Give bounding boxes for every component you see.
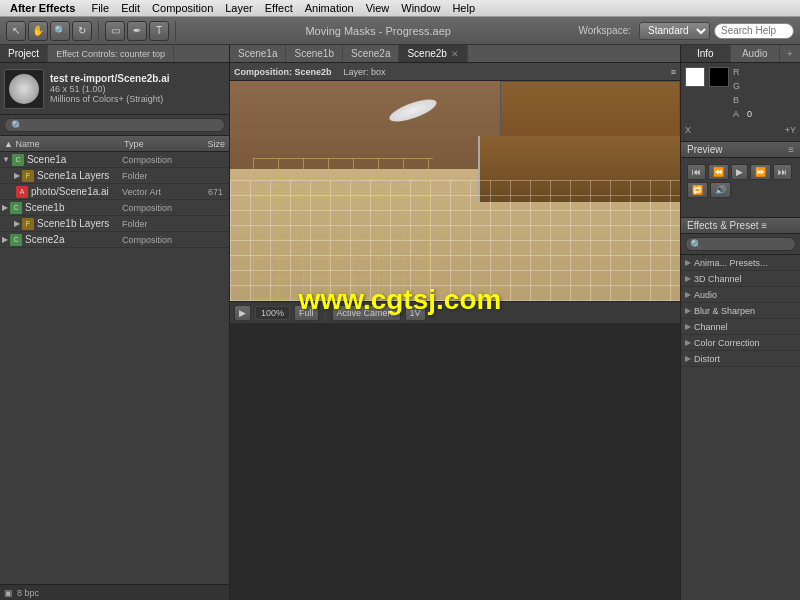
- menu-item-view[interactable]: View: [360, 0, 396, 16]
- item-label-photo-scene1a: photo/Scene1a.ai: [31, 186, 122, 197]
- project-list-header: ▲ Name Type Size: [0, 136, 229, 152]
- effect-cat-3d-channel-label: 3D Channel: [694, 274, 742, 284]
- comp-tab-scene2a[interactable]: Scene2a: [343, 45, 399, 62]
- project-item-scene1b[interactable]: ▶ C Scene1b Composition: [0, 200, 229, 216]
- left-panel: Project Effect Controls: counter top tes…: [0, 45, 230, 600]
- preview-prev-btn[interactable]: ⏪: [708, 164, 729, 180]
- toolbar-shapes: ▭ ✒ T: [105, 21, 176, 41]
- asset-dimensions: 46 x 51 (1.00): [50, 84, 169, 94]
- project-item-scene1a[interactable]: ▼ C Scene1a Composition: [0, 152, 229, 168]
- project-item-scene1blayers[interactable]: ▶ F Scene1b Layers Folder: [0, 216, 229, 232]
- icon-folder-scene1alayers: F: [22, 170, 34, 182]
- tool-rotate[interactable]: ↻: [72, 21, 92, 41]
- color-values: R G B A0: [733, 67, 752, 121]
- preview-audio-btn[interactable]: 🔊: [710, 182, 731, 198]
- preview-last-btn[interactable]: ⏭: [773, 164, 792, 180]
- item-label-scene1a: Scene1a: [27, 154, 122, 165]
- menu-item-animation[interactable]: Animation: [299, 0, 360, 16]
- project-search-input[interactable]: [4, 118, 225, 132]
- tab-project[interactable]: Project: [0, 45, 48, 62]
- tab-info[interactable]: Info: [681, 45, 731, 62]
- y-label: Y: [790, 125, 796, 135]
- effects-list: ▶ Anima... Presets... ▶ 3D Channel ▶ Aud…: [681, 255, 800, 600]
- expand-3d-channel-icon: ▶: [685, 274, 691, 283]
- project-list: ▲ Name Type Size ▼ C Scene1a Composition…: [0, 136, 229, 584]
- icon-folder-scene1blayers: F: [22, 218, 34, 230]
- workspace-label: Workspace:: [578, 25, 631, 36]
- effect-cat-blur-sharpen-label: Blur & Sharpen: [694, 306, 755, 316]
- effect-cat-animation-presets[interactable]: ▶ Anima... Presets...: [681, 255, 800, 271]
- info-panel-content: R G B A0 X + Y: [681, 63, 800, 142]
- asset-info: test re-import/Scene2b.ai 46 x 51 (1.00)…: [0, 63, 229, 115]
- expand-color-correction-icon: ▶: [685, 338, 691, 347]
- layer-box-label: Layer: box: [344, 67, 386, 77]
- comp-tab-scene1b[interactable]: Scene1b: [286, 45, 342, 62]
- close-comp-tab[interactable]: ✕: [451, 49, 459, 59]
- menu-item-file[interactable]: File: [85, 0, 115, 16]
- effects-search-input[interactable]: [685, 237, 796, 251]
- effect-cat-channel[interactable]: ▶ Channel: [681, 319, 800, 335]
- comp-play-btn[interactable]: ▶: [234, 305, 251, 321]
- composition-tabs: Scene1a Scene1b Scene2a Scene2b ✕: [230, 45, 680, 63]
- expand-arrow-scene1a: ▼: [2, 155, 10, 164]
- menu-item-help[interactable]: Help: [446, 0, 481, 16]
- effect-cat-blur-sharpen[interactable]: ▶ Blur & Sharpen: [681, 303, 800, 319]
- comp-resolution-btn[interactable]: Full: [294, 305, 319, 321]
- tool-zoom[interactable]: 🔍: [50, 21, 70, 41]
- bpc-indicator: ▣ 8 bpc: [0, 584, 229, 600]
- menu-item-layer[interactable]: Layer: [219, 0, 259, 16]
- effect-cat-distort[interactable]: ▶ Distort: [681, 351, 800, 367]
- preview-next-btn[interactable]: ⏩: [750, 164, 771, 180]
- composition-viewport[interactable]: [230, 81, 680, 301]
- expand-distort-icon: ▶: [685, 354, 691, 363]
- effects-presets-header: Effects & Preset ≡: [681, 218, 800, 234]
- tab-effect-controls[interactable]: Effect Controls: counter top: [48, 45, 174, 62]
- preview-controls: ⏮ ⏪ ▶ ⏩ ⏭ 🔁 🔊: [685, 162, 796, 200]
- workspace-select[interactable]: Standard: [639, 22, 710, 40]
- toolbar-tools: ↖ ✋ 🔍 ↻: [6, 21, 99, 41]
- effects-label: Effects & Preset ≡: [687, 220, 767, 231]
- item-label-scene1alayers: Scene1a Layers: [37, 170, 122, 181]
- comp-view-option-btn[interactable]: 1V: [405, 305, 426, 321]
- effect-cat-color-correction[interactable]: ▶ Color Correction: [681, 335, 800, 351]
- info-audio-tabs: Info Audio +: [681, 45, 800, 63]
- comp-viewer-header: Composition: Scene2b Layer: box ≡: [230, 63, 680, 81]
- menu-item-composition[interactable]: Composition: [146, 0, 219, 16]
- menu-item-window[interactable]: Window: [395, 0, 446, 16]
- menu-item-aftereffects[interactable]: After Effects: [4, 0, 81, 16]
- item-type-scene1a: Composition: [122, 155, 192, 165]
- project-item-scene2a[interactable]: ▶ C Scene2a Composition: [0, 232, 229, 248]
- tool-hand[interactable]: ✋: [28, 21, 48, 41]
- menu-item-effect[interactable]: Effect: [259, 0, 299, 16]
- info-panel-more[interactable]: +: [780, 45, 800, 62]
- tool-select[interactable]: ↖: [6, 21, 26, 41]
- center-panel: Scene1a Scene1b Scene2a Scene2b ✕ Compos…: [230, 45, 680, 600]
- comp-tab-scene2b[interactable]: Scene2b ✕: [399, 45, 467, 62]
- preview-first-btn[interactable]: ⏮: [687, 164, 706, 180]
- tool-rect[interactable]: ▭: [105, 21, 125, 41]
- preview-loop-btn[interactable]: 🔁: [687, 182, 708, 198]
- effect-cat-3d-channel[interactable]: ▶ 3D Channel: [681, 271, 800, 287]
- viewer-close-icon: ≡: [671, 67, 676, 77]
- project-item-photo-scene1a[interactable]: A photo/Scene1a.ai Vector Art 671: [0, 184, 229, 200]
- item-type-scene1alayers: Folder: [122, 171, 192, 181]
- comp-camera-btn[interactable]: Active Camera: [332, 305, 401, 321]
- comp-bottom-controls: ▶ 100% Full Active Camera 1V: [230, 301, 680, 323]
- tool-text[interactable]: T: [149, 21, 169, 41]
- bpc-value: 8 bpc: [17, 588, 39, 598]
- project-item-scene1alayers[interactable]: ▶ F Scene1a Layers Folder: [0, 168, 229, 184]
- expand-blur-icon: ▶: [685, 306, 691, 315]
- tool-pen[interactable]: ✒: [127, 21, 147, 41]
- expand-arrow-scene1alayers: ▶: [14, 171, 20, 180]
- preview-play-btn[interactable]: ▶: [731, 164, 748, 180]
- item-label-scene1b: Scene1b: [25, 202, 122, 213]
- expand-channel-icon: ▶: [685, 322, 691, 331]
- tab-audio[interactable]: Audio: [731, 45, 781, 62]
- item-label-scene1blayers: Scene1b Layers: [37, 218, 122, 229]
- effect-cat-audio[interactable]: ▶ Audio: [681, 287, 800, 303]
- search-help-input[interactable]: [714, 23, 794, 39]
- comp-tab-scene1a[interactable]: Scene1a: [230, 45, 286, 62]
- preview-panel-header: Preview ≡: [681, 142, 800, 158]
- preview-label: Preview: [687, 144, 723, 155]
- menu-item-edit[interactable]: Edit: [115, 0, 146, 16]
